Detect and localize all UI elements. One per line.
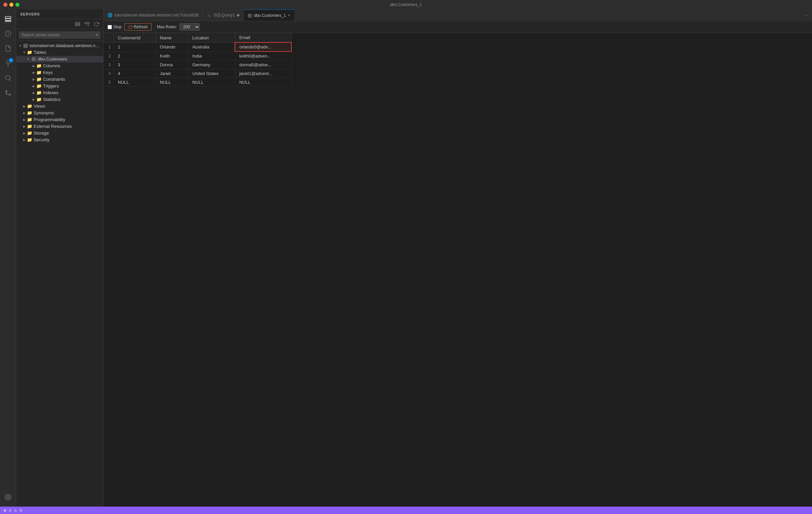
tree-item-keys[interactable]: ▶ 📁 Keys: [16, 69, 103, 76]
table-row[interactable]: 33DonnaGermanydonna0@adve...: [104, 60, 291, 69]
synonyms-chevron: ▶: [22, 110, 27, 116]
cell-customerid[interactable]: 2: [114, 51, 155, 60]
tree-item-indexes[interactable]: ▶ 📁 Indexes: [16, 89, 103, 96]
tree-item-external[interactable]: ▶ 📁 External Resources: [16, 123, 103, 130]
stop-label: Stop: [113, 25, 122, 29]
row-number-cell: 5: [104, 78, 114, 87]
tree-item-columns[interactable]: ▶ 📁 Columns: [16, 62, 103, 69]
table-row[interactable]: 44JanetUnited Statesjanet1@advent...: [104, 69, 291, 78]
cell-name[interactable]: Keith: [155, 51, 188, 60]
sidebar-item-notifications[interactable]: 1: [1, 56, 15, 70]
cell-email[interactable]: donna0@adve...: [235, 60, 291, 69]
storage-label: Storage: [34, 131, 49, 136]
tree-item-statistics[interactable]: ▶ 📁 Statistics: [16, 96, 103, 103]
cell-email[interactable]: NULL: [235, 78, 291, 87]
columns-label: Columns: [43, 63, 60, 68]
security-chevron: ▶: [22, 137, 27, 143]
refresh-server-icon[interactable]: [92, 21, 100, 28]
col-header-location[interactable]: Location: [188, 33, 235, 43]
cell-email[interactable]: keith0@adven...: [235, 51, 291, 60]
svg-rect-26: [248, 14, 252, 17]
table-row[interactable]: 22KeithIndiakeith0@adven...: [104, 51, 291, 60]
cell-name[interactable]: Orlando: [155, 43, 188, 51]
cell-name[interactable]: Donna: [155, 60, 188, 69]
synonyms-label: Synonyms: [34, 110, 54, 115]
tree-item-views[interactable]: ▶ 📁 Views: [16, 103, 103, 110]
cell-name[interactable]: Janet: [155, 69, 188, 78]
server-label: tutorialserver.database.windows.n...: [30, 43, 99, 48]
new-connection-icon[interactable]: [74, 21, 82, 28]
external-folder-icon: 📁: [27, 124, 32, 129]
search-input[interactable]: [19, 31, 100, 39]
titlebar: dbo.Customers_1: [0, 0, 812, 9]
cell-customerid[interactable]: 1: [114, 43, 155, 51]
cell-customerid[interactable]: 3: [114, 60, 155, 69]
tree-item-customers[interactable]: ▼ dbo.Customers: [16, 56, 103, 62]
sidebar-item-history[interactable]: [1, 27, 15, 40]
col-header-customerid[interactable]: CustomerId: [114, 33, 155, 43]
tab-customers[interactable]: dbo.Customers_1 ✕: [244, 9, 295, 21]
clear-search-icon[interactable]: ✕: [95, 33, 98, 37]
cell-email[interactable]: janet1@advent...: [235, 69, 291, 78]
minimize-button[interactable]: [9, 3, 13, 7]
cell-location[interactable]: United States: [188, 69, 235, 78]
tree-item-tables[interactable]: ▼ 📁 Tables: [16, 49, 103, 56]
main-content: 🌐 tutorialserver.database.windows.net:Tu…: [104, 9, 812, 507]
tab-close-icon[interactable]: ✕: [288, 13, 290, 17]
close-button[interactable]: [3, 3, 7, 7]
tree-item-synonyms[interactable]: ▶ 📁 Synonyms: [16, 110, 103, 116]
settings-icon[interactable]: [1, 492, 15, 505]
warning-count: 0: [20, 508, 22, 512]
columns-folder-icon: 📁: [36, 63, 42, 69]
table-tab-icon: [248, 13, 252, 18]
sidebar-item-search[interactable]: [1, 71, 15, 85]
svg-rect-13: [75, 24, 80, 26]
cell-location[interactable]: Australia: [188, 43, 235, 51]
views-chevron: ▶: [22, 104, 27, 109]
tree-item-storage[interactable]: ▶ 📁 Storage: [16, 130, 103, 137]
cell-location[interactable]: NULL: [188, 78, 235, 87]
add-server-icon[interactable]: [83, 21, 91, 28]
cell-location[interactable]: Germany: [188, 60, 235, 69]
customers-chevron: ▼: [26, 56, 31, 62]
col-header-email[interactable]: Email: [235, 33, 291, 43]
tab-overflow-button[interactable]: ···: [801, 12, 812, 18]
svg-point-6: [5, 76, 10, 80]
svg-line-7: [9, 79, 10, 81]
tree-item-triggers[interactable]: ▶ 📁 Triggers: [16, 83, 103, 89]
keys-chevron: ▶: [31, 70, 36, 75]
columns-chevron: ▶: [31, 63, 36, 69]
indexes-chevron: ▶: [31, 90, 36, 96]
stop-checkbox[interactable]: [108, 25, 112, 29]
cell-customerid[interactable]: 4: [114, 69, 155, 78]
keys-label: Keys: [43, 70, 53, 75]
svg-point-8: [9, 94, 10, 96]
tab-server[interactable]: 🌐 tutorialserver.database.windows.net:Tu…: [104, 9, 203, 21]
row-number-cell: 2: [104, 51, 114, 60]
sidebar-item-documents[interactable]: [1, 42, 15, 55]
cell-name[interactable]: NULL: [155, 78, 188, 87]
cell-customerid[interactable]: NULL: [114, 78, 155, 87]
sidebar-item-servers[interactable]: [1, 12, 15, 26]
tab-sqlquery[interactable]: SQLQuery1: [203, 9, 243, 21]
tree-item-server[interactable]: ▼ tutorialserver.database.windows.n...: [16, 43, 103, 49]
cell-location[interactable]: India: [188, 51, 235, 60]
table-row[interactable]: 5NULLNULLNULLNULL: [104, 78, 291, 87]
max-rows-select[interactable]: 200 100 500 1000: [179, 23, 200, 31]
stop-checkbox-container[interactable]: Stop: [108, 25, 122, 29]
status-bar: ⊗ 0 ⚠ 0: [0, 507, 812, 514]
col-header-name[interactable]: Name: [155, 33, 188, 43]
cell-email[interactable]: orlando0@adv...: [235, 43, 291, 51]
storage-chevron: ▶: [22, 131, 27, 136]
table-container: CustomerId Name Location Email 11Orlando…: [104, 33, 812, 507]
table-header-row: CustomerId Name Location Email: [104, 33, 291, 43]
tree-item-constraints[interactable]: ▶ 📁 Constraints: [16, 76, 103, 83]
refresh-button[interactable]: Refresh: [124, 23, 152, 31]
sidebar-item-git[interactable]: [1, 86, 15, 100]
maximize-button[interactable]: [16, 3, 20, 7]
window-title: dbo.Customers_1: [390, 2, 422, 7]
tree-item-programmability[interactable]: ▶ 📁 Programmability: [16, 116, 103, 123]
svg-rect-0: [5, 17, 11, 18]
tree-item-security[interactable]: ▶ 📁 Security: [16, 137, 103, 143]
table-row[interactable]: 11OrlandoAustraliaorlando0@adv...: [104, 43, 291, 51]
